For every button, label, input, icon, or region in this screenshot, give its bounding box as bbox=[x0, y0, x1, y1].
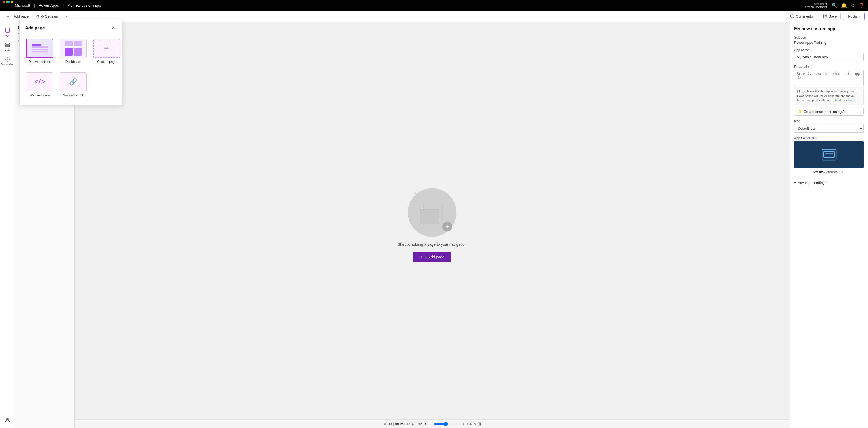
main-layout: Pages Data Automation bbox=[0, 22, 868, 428]
topbar-right: Environment dev environment 🔍 🔔 ⚙ ❓ bbox=[805, 2, 865, 9]
topbar-icons: 🔍 🔔 ⚙ ❓ bbox=[831, 2, 865, 8]
sparkle-icon-3: ✦ bbox=[411, 223, 415, 229]
topbar-environment: Environment dev environment bbox=[805, 2, 827, 9]
custom-page-icon: ✏ bbox=[104, 44, 110, 52]
toolbar: ＋ + Add page ⚙ ⚙ Settings ··· 💬 Comments… bbox=[0, 11, 868, 22]
settings-gear-icon[interactable]: ⚙ bbox=[851, 2, 855, 8]
dashboard-card-inner bbox=[63, 39, 84, 58]
advanced-settings-toggle[interactable]: ▾ Advanced settings bbox=[794, 178, 864, 185]
icon-select[interactable]: Default icon bbox=[794, 124, 864, 133]
canvas-add-page-button[interactable]: ＋ + Add page bbox=[413, 252, 451, 262]
ai-btn-label: Create description using AI bbox=[804, 110, 845, 114]
automation-icon bbox=[5, 57, 10, 62]
web-resource-label: Web resource bbox=[30, 93, 50, 97]
canvas-illustration: ✦ ✦ ✦ + bbox=[408, 188, 457, 237]
app-name-label: App name bbox=[794, 48, 864, 52]
fit-to-screen-button[interactable]: ⊞ bbox=[477, 421, 481, 426]
sidebar-item-data[interactable]: Data bbox=[1, 40, 14, 54]
sparkle-icon: ✦ bbox=[413, 190, 417, 196]
db-block-1 bbox=[65, 41, 73, 46]
app-tile-icon bbox=[822, 149, 837, 161]
tile-preview-label: App tile preview bbox=[794, 136, 864, 140]
db-chart-1 bbox=[65, 47, 73, 56]
microsoft-label: Microsoft bbox=[15, 3, 30, 7]
help-icon[interactable]: ❓ bbox=[859, 2, 865, 8]
chevron-down-icon: ▾ bbox=[425, 422, 427, 426]
navigation-link-label: Navigation link bbox=[63, 93, 84, 97]
dialog-item-dashboard[interactable]: Dashboard bbox=[59, 37, 88, 66]
topbar: Microsoft | Power Apps | My new custom a… bbox=[0, 0, 868, 11]
dataverse-card bbox=[26, 39, 53, 58]
pages-icon bbox=[5, 28, 10, 33]
canvas-add-btn-label: + Add page bbox=[425, 255, 444, 259]
canvas-plus-label: ＋ bbox=[420, 255, 424, 260]
dashboard-label: Dashboard bbox=[65, 60, 81, 64]
dataverse-card-inner bbox=[29, 42, 50, 55]
topbar-file-name: My new custom app bbox=[67, 3, 101, 7]
dataverse-label: Dataverse table bbox=[28, 60, 51, 64]
dialog-header: Add page × bbox=[25, 25, 117, 31]
read-preview-link[interactable]: Read preview te... bbox=[834, 99, 858, 102]
zoom-in-button[interactable]: + bbox=[462, 422, 465, 426]
pages-label: Pages bbox=[3, 34, 11, 37]
dialog-item-navigation-link[interactable]: 🔗 Navigation link bbox=[59, 70, 88, 99]
responsive-button[interactable]: 🖥 Responsive (1316 x 784) ▾ bbox=[383, 422, 426, 426]
dialog-item-dataverse[interactable]: Dataverse table bbox=[25, 37, 54, 66]
canvas-empty-text: Start by adding a page to your navigatio… bbox=[398, 242, 466, 246]
search-icon[interactable]: 🔍 bbox=[831, 2, 837, 8]
solution-section: Solution Power Apps Training bbox=[794, 36, 864, 44]
automation-label: Automation bbox=[1, 63, 14, 66]
web-resource-icon: </> bbox=[34, 77, 45, 86]
navigation-link-card: 🔗 bbox=[60, 72, 87, 91]
svg-rect-4 bbox=[5, 43, 10, 44]
topbar-env-label: Environment bbox=[812, 2, 827, 5]
microsoft-logo bbox=[3, 1, 13, 10]
app-name-section: App name bbox=[794, 48, 864, 61]
svg-rect-12 bbox=[822, 149, 836, 160]
solution-value: Power Apps Training bbox=[794, 40, 864, 44]
notification-icon[interactable]: 🔔 bbox=[841, 2, 847, 8]
comment-icon: 💬 bbox=[790, 14, 795, 19]
publish-button[interactable]: Publish bbox=[843, 13, 865, 20]
sidebar-item-pages[interactable]: Pages bbox=[1, 25, 14, 39]
web-resource-card: </> bbox=[26, 72, 53, 91]
dialog-item-custom-page[interactable]: ✏ Custom page bbox=[92, 37, 121, 66]
zoom-percent-label: 100 % bbox=[467, 422, 476, 426]
app-name-input[interactable] bbox=[794, 53, 864, 61]
add-icon: ＋ bbox=[6, 14, 9, 19]
app-tile-name: My new custom app bbox=[794, 170, 864, 174]
toolbar-right: 💬 Comments 💾 Save Publish bbox=[786, 13, 865, 20]
zoom-out-button[interactable]: − bbox=[430, 422, 432, 426]
sidebar-item-automation[interactable]: Automation bbox=[1, 55, 14, 68]
data-icon bbox=[5, 42, 10, 47]
sidebar-bottom bbox=[1, 415, 14, 428]
custom-page-card: ✏ bbox=[93, 39, 120, 58]
user-avatar[interactable] bbox=[1, 415, 14, 425]
topbar-env-name: dev environment bbox=[805, 5, 827, 9]
ai-icon: ✨ bbox=[798, 110, 802, 114]
zoom-controls: − + 100 % ⊞ bbox=[430, 421, 481, 426]
dialog-close-button[interactable]: × bbox=[110, 25, 117, 31]
save-icon: 💾 bbox=[823, 14, 828, 19]
zoom-slider[interactable] bbox=[434, 422, 461, 426]
description-label: Description bbox=[794, 65, 864, 69]
left-sidebar: Pages Data Automation bbox=[0, 22, 15, 428]
dialog-item-web-resource[interactable]: </> Web resource bbox=[25, 70, 54, 99]
dashboard-card bbox=[60, 39, 87, 58]
solution-label: Solution bbox=[794, 36, 864, 39]
save-button[interactable]: 💾 Save bbox=[819, 13, 841, 20]
ai-description-button[interactable]: ✨ Create description using AI bbox=[794, 108, 864, 116]
user-icon bbox=[5, 417, 10, 423]
svg-rect-6 bbox=[5, 46, 10, 47]
save-label: Save bbox=[829, 14, 837, 19]
add-page-label: + Add page bbox=[11, 14, 29, 19]
description-section: Description ℹ If you leave the descripti… bbox=[794, 65, 864, 116]
comments-button[interactable]: 💬 Comments bbox=[786, 13, 817, 20]
icon-section: Icon Default icon bbox=[794, 119, 864, 133]
dataverse-line-header bbox=[32, 44, 41, 46]
responsive-label: Responsive (1316 x 784) bbox=[388, 422, 424, 426]
description-textarea[interactable] bbox=[794, 70, 864, 86]
svg-rect-11 bbox=[420, 209, 439, 224]
db-block-2 bbox=[74, 41, 82, 46]
app-tile-preview bbox=[794, 141, 864, 168]
